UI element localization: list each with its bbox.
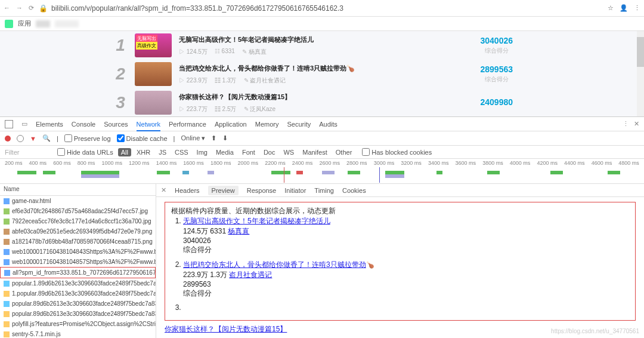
rank-row[interactable]: 1 无脑写出高级作文！5年老记者揭秘凑字绝活儿 ▷ 124.5万 ☷ 6331 … [0,31,644,60]
devtools-tab-elements[interactable]: Elements [36,118,63,130]
request-item[interactable]: all?spm_id_from=333.851.b_7072696d617279… [0,267,156,278]
device-icon[interactable]: ▭ [21,120,27,128]
video-thumbnail[interactable] [135,91,172,115]
filter-type-doc[interactable]: Doc [261,148,278,156]
preview-link[interactable]: 当把鸡交给东北人，骨头都给你做香了！连啃3只贼拉带劲 [183,260,366,269]
devtools-tab-memory[interactable]: Memory [255,118,279,130]
record-icon[interactable] [5,136,11,142]
detail-tab-initiator[interactable]: Initiator [284,187,306,194]
request-item[interactable]: popular.1.89d6b2613e3c3096603fadce2489f7… [0,278,156,288]
hide-data-urls-checkbox[interactable]: Hide data URLs [57,148,113,156]
bookmark-blur [36,20,50,27]
close-icon[interactable]: ✕ [161,186,166,194]
filter-type-ws[interactable]: WS [280,148,297,156]
request-item[interactable]: ef6e3d70fc2648867d575a468adac25f4d7ecc57… [0,206,156,216]
filter-type-css[interactable]: CSS [172,148,191,156]
profile-icon[interactable]: 👤 [620,4,628,12]
upload-icon[interactable]: ⬆ [211,134,216,142]
apps-label[interactable]: 应用 [18,19,31,28]
preview-link[interactable]: 你家猫长这样？【阅片无数动漫篇15】 [165,325,287,333]
danmaku-icon: ☷ [215,106,221,112]
detail-tab-headers[interactable]: Headers [175,187,200,194]
page-content: 1 无脑写出高级作文！5年老记者揭秘凑字绝活儿 ▷ 124.5万 ☷ 6331 … [0,31,644,116]
filter-type-other[interactable]: Other [333,148,355,156]
request-item[interactable]: popular.89d6b2613e3c3096603fadce2489f75b… [0,299,156,309]
filter-type-font[interactable]: Font [239,148,258,156]
network-timeline[interactable]: 200 ms400 ms600 ms800 ms1000 ms1200 ms14… [0,159,644,184]
request-item[interactable]: polyfill.js?features=Promise%2CObject.as… [0,319,156,329]
preview-highlight-box: 根据稿件内容质量、近期的数据综合展示，动态更新 无脑写出高级作文！5年老记者揭秘… [165,202,636,321]
filter-type-xhr[interactable]: XHR [134,148,153,156]
filter-type-all[interactable]: All [118,148,131,156]
rank-row[interactable]: 2 当把鸡交给东北人，骨头都给你做香了！连啃3只贼拉带劲🍗 ▷ 223.9万 ☷… [0,60,644,88]
detail-tab-cookies[interactable]: Cookies [342,187,366,194]
request-item[interactable]: a1821478b7d69bb48af70859870066f4ceaa8715… [0,236,156,247]
devtools-close-icon[interactable]: ✕ [634,120,639,128]
inspect-icon[interactable] [5,120,13,128]
danmaku-icon: ☷ [215,48,220,54]
video-thumbnail[interactable] [135,33,172,57]
devtools-tab-application[interactable]: Application [215,118,247,130]
devtools-settings-icon[interactable]: ⋮ [623,120,629,128]
search-icon[interactable]: 🔍 [42,134,51,142]
request-item[interactable]: 1.popular.89d6b2613e3c3096603fadce2489f7… [0,288,156,299]
disable-cache-checkbox[interactable]: Disable cache [117,134,168,142]
scrollbar[interactable] [637,31,644,116]
menu-icon[interactable]: ⋮ [634,4,640,12]
devtools-tab-security[interactable]: Security [287,118,311,130]
preview-author-link[interactable]: 杨真直 [228,227,249,235]
devtools-tab-console[interactable]: Console [72,118,95,130]
file-icon [4,208,10,214]
video-title[interactable]: 无脑写出高级作文！5年老记者揭秘凑字绝活儿 [179,35,473,44]
file-icon [4,219,10,225]
request-item[interactable]: web1000017160438104857Shttps%3A%2F%2Fwww… [0,257,156,267]
filter-type-js[interactable]: JS [156,148,169,156]
preview-link[interactable]: 无脑写出高级作文！5年老记者揭秘凑字绝活儿 [183,217,330,225]
bookmark-blur [55,20,79,27]
file-icon [4,291,10,297]
request-item[interactable]: abfe03ca09e2051e5edc2693499f5db4d72e0e79… [0,226,156,236]
request-item[interactable]: sentry-5.7.1.min.js [0,329,156,338]
danmaku-icon: ☷ [215,77,221,84]
detail-tab-response[interactable]: Response [247,187,277,194]
devtools-tab-audits[interactable]: Audits [319,118,338,130]
file-icon [4,259,10,265]
devtools-tab-sources[interactable]: Sources [104,118,128,130]
back-icon[interactable]: ← [4,4,10,12]
bookmarks-bar: 应用 [0,17,644,31]
throttle-select[interactable]: Online ▾ [181,134,205,142]
clear-icon[interactable] [17,135,24,142]
preserve-log-checkbox[interactable]: Preserve log [64,134,111,142]
apps-icon[interactable] [5,20,13,28]
forward-icon[interactable]: → [16,4,23,12]
video-title[interactable]: 当把鸡交给东北人，骨头都给你做香了！连啃3只贼拉带劲🍗 [179,64,473,73]
play-icon: ▷ [179,106,185,112]
url-bar[interactable]: 🔒 bilibili.com/v/popular/rank/all?spm_id… [39,4,603,13]
request-item[interactable]: 7922ecea5cc76fe3c8c177e1d4a6c8ccf1c36a70… [0,216,156,226]
filter-input[interactable]: Filter [5,149,52,156]
rank-number: 1 [113,36,128,55]
filter-icon[interactable]: ▼ [30,135,36,142]
detail-tab-timing[interactable]: Timing [314,187,334,194]
reload-icon[interactable]: ⟳ [29,4,34,12]
video-meta: ▷ 223.9万 ☷ 1.3万 ✎ 盗月社食遇记 [179,76,473,85]
request-item[interactable]: web1000017160438104843Shttps%3A%2F%2Fwww… [0,247,156,257]
download-icon[interactable]: ⬇ [222,134,228,142]
preview-author-link[interactable]: 盗月社食遇记 [229,271,272,279]
rank-score: 2899563综合得分 [480,64,513,84]
video-title[interactable]: 你家猫长这样？【阅片无数动漫篇15】 [179,93,473,102]
video-thumbnail[interactable] [135,62,172,86]
url-text: bilibili.com/v/popular/rank/all?spm_id_f… [51,4,343,13]
filter-type-img[interactable]: Img [194,148,210,156]
devtools-tab-performance[interactable]: Performance [169,118,206,130]
has-blocked-checkbox[interactable]: Has blocked cookies [362,148,432,156]
star-icon[interactable]: ☆ [608,4,614,12]
rank-row[interactable]: 3 你家猫长这样？【阅片无数动漫篇15】 ▷ 223.7万 ☷ 2.5万 ✎ 泛… [0,88,644,116]
request-item[interactable]: game-nav.html [0,196,156,206]
filter-type-media[interactable]: Media [213,148,237,156]
filter-type-manifest[interactable]: Manifest [299,148,330,156]
devtools-tab-network[interactable]: Network [137,118,160,131]
network-filter-bar: Filter Hide data URLs AllXHRJSCSSImgMedi… [0,146,644,159]
detail-tab-preview[interactable]: Preview [208,186,239,195]
request-item[interactable]: popular.89d6b2613e3c3096603fadce2489f75b… [0,309,156,319]
